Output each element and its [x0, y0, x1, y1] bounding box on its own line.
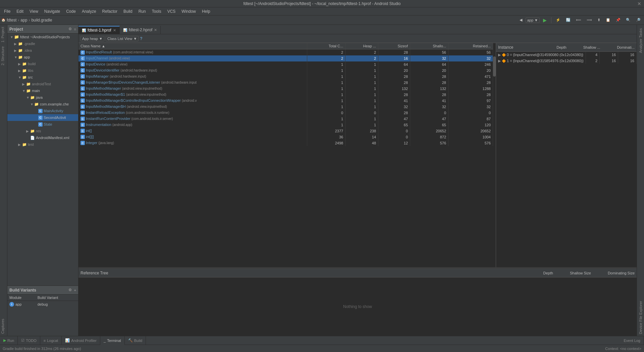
tab-build[interactable]: 🔨 Build	[125, 336, 146, 345]
tab-1-close[interactable]: ✕	[113, 28, 116, 33]
menu-file[interactable]: File	[1, 8, 13, 14]
menu-code[interactable]: Code	[63, 8, 78, 14]
toolbar-btn-6[interactable]: 📋	[604, 17, 612, 23]
breadcrumb-module[interactable]: app	[20, 18, 27, 23]
instance-row-0[interactable]: ▶🔶0 = {InputChannel@314590080 (0x12c0438…	[496, 52, 637, 58]
run-button[interactable]: ▶	[541, 17, 549, 24]
class-table-scroll[interactable]: Class Name ▲ Total C... Heap ... Sizeof …	[78, 43, 493, 267]
heap-dropdown[interactable]: App heap ▼	[80, 36, 104, 41]
project-panel-label[interactable]: 1: Project	[0, 25, 7, 44]
class-shallow-cell: 576	[410, 140, 448, 146]
class-row-7[interactable]: CInputMethodManager$1 (android.view.inpu…	[78, 92, 493, 98]
class-table-scrollbar[interactable]	[493, 43, 496, 267]
class-row-1[interactable]: CInputChannel (android.view)22163232	[78, 55, 493, 61]
class-sizeof-cell: 28	[378, 92, 410, 98]
build-variants-header: Build Variants ⚙ +	[7, 286, 78, 295]
breadcrumb-project[interactable]: fdtest	[7, 18, 16, 23]
toolbar: 🏠 fdtest › app › build.gradle ◀ app ▼ ▶ …	[0, 15, 644, 25]
structure-panel-label[interactable]: 2: Structure	[0, 44, 7, 68]
tree-item-res[interactable]: ▶ 📁 res	[7, 128, 78, 134]
menu-build[interactable]: Build	[121, 8, 135, 14]
toolbar-btn-7[interactable]: 📌	[614, 17, 623, 23]
build-variants-extra[interactable]: +	[74, 288, 76, 292]
toolbar-btn-8[interactable]: 🔍	[624, 17, 633, 23]
tab-todo[interactable]: ☑ TODO	[18, 336, 40, 345]
analyzer-tasks-label[interactable]: Analyzer Tasks	[638, 26, 643, 55]
tree-item-main[interactable]: ▼ 📁 main	[7, 87, 78, 94]
back-button[interactable]: ◀	[518, 17, 524, 23]
device-file-explorer-label[interactable]: Device File Explorer	[638, 299, 643, 336]
tree-item-build[interactable]: ▶ 📁 build	[7, 60, 78, 67]
instance-table-scroll[interactable]: ▶🔶0 = {InputChannel@314590080 (0x12c0438…	[496, 52, 637, 64]
toolbar-btn-5[interactable]: ⬆	[595, 17, 602, 23]
class-row-11[interactable]: CInstantRunContentProvider (com.android.…	[78, 116, 493, 122]
run-config-dropdown[interactable]: app ▼	[526, 17, 540, 23]
menu-view[interactable]: View	[27, 8, 41, 14]
tree-item-state[interactable]: ▶ C State	[7, 121, 78, 128]
menu-navigate[interactable]: Navigate	[42, 8, 63, 14]
tree-item-androidtest[interactable]: ▶ 📁 androidTest	[7, 81, 78, 87]
tab-terminal[interactable]: _ Terminal	[100, 336, 125, 345]
class-heap-cell: 1	[345, 98, 378, 104]
tree-item-java[interactable]: ▼ 📁 java	[7, 94, 78, 101]
toolbar-btn-4[interactable]: ⟹	[585, 17, 594, 23]
tree-item-manifest[interactable]: ▶ 📄 AndroidManifest.xml	[7, 134, 78, 141]
instance-row-1[interactable]: ▶🔶1 = {InputChannel@315854976 (0x12d3908…	[496, 58, 637, 64]
tree-item-src[interactable]: ▼ 📁 src	[7, 74, 78, 81]
class-sizeof-cell: 28	[378, 80, 410, 86]
menu-run[interactable]: Run	[136, 8, 149, 14]
search-everywhere-button[interactable]: 🔎	[634, 17, 643, 23]
toolbar-btn-2[interactable]: 🔄	[564, 17, 573, 23]
class-row-2[interactable]: CInputDevice (android.view)116464246	[78, 61, 493, 68]
menu-tools[interactable]: Tools	[149, 8, 164, 14]
class-row-15[interactable]: CInteger (java.lang)24984812576576	[78, 140, 493, 146]
tree-item-com-example[interactable]: ▼ 📁 com.example.che	[7, 101, 78, 107]
toolbar-btn-3[interactable]: ⟸	[574, 17, 583, 23]
instance-panel: Instance Depth Shallow ... Dominati... ▶…	[496, 43, 637, 267]
captures-label[interactable]: Captures	[0, 317, 7, 336]
event-log-tab[interactable]: Event Log	[620, 336, 644, 345]
tab-2-close[interactable]: ✕	[154, 28, 157, 32]
tree-item-idea[interactable]: ▶ 📁 .idea	[7, 47, 78, 54]
class-retained-cell: 471	[448, 74, 493, 80]
project-toolbar-extra[interactable]: ≡	[74, 27, 76, 31]
bv-variant-debug[interactable]: debug	[36, 301, 78, 308]
tree-item-mainactivity[interactable]: ▶ C MainActivity	[7, 107, 78, 114]
class-view-dropdown[interactable]: Class List View ▼	[106, 36, 139, 41]
menu-window[interactable]: Window	[179, 8, 199, 14]
tree-item-libs[interactable]: ▶ 📁 libs	[7, 67, 78, 74]
tree-item-test[interactable]: ▶ 📁 test	[7, 141, 78, 148]
class-row-5[interactable]: CInputManager$InputDevicesChangedListene…	[78, 80, 493, 86]
tree-item-app[interactable]: ▼ 📁 app	[7, 54, 78, 60]
help-icon[interactable]: ?	[140, 36, 142, 41]
tab-hprof-2[interactable]: 📊 fdtest-2.hprof ✕	[120, 26, 161, 34]
class-row-14[interactable]: Cint[][] 361408721004	[78, 134, 493, 140]
close-button[interactable]: ✕	[637, 1, 641, 6]
class-row-10[interactable]: CInstantReloadException (com.android.too…	[78, 110, 493, 116]
menu-help[interactable]: Help	[199, 8, 213, 14]
menu-edit[interactable]: Edit	[14, 8, 26, 14]
menu-vcs[interactable]: VCS	[165, 8, 178, 14]
build-variants-settings[interactable]: ⚙	[68, 288, 72, 292]
class-row-9[interactable]: CInputMethodManager$H (android.view.inpu…	[78, 104, 493, 110]
breadcrumb-file[interactable]: build.gradle	[31, 18, 52, 23]
project-toolbar-settings[interactable]: ⚙	[68, 27, 72, 31]
class-row-8[interactable]: CInputMethodManager$ControlledInputConne…	[78, 98, 493, 104]
class-row-0[interactable]: CInputBindResult (com.android.internal.v…	[78, 49, 493, 55]
tab-run[interactable]: ▶ Run	[0, 336, 18, 345]
tree-item-fdtest[interactable]: ▼ 📁 fdtest ~/AndroidStudioProjects	[7, 34, 78, 40]
class-row-3[interactable]: CInputDeviceIdentifier (android.hardware…	[78, 68, 493, 74]
menu-analyze[interactable]: Analyze	[79, 8, 99, 14]
menu-refactor[interactable]: Refactor	[100, 8, 120, 14]
tree-item-gradle[interactable]: ▶ 📁 .gradle	[7, 40, 78, 47]
tab-logcat[interactable]: ≡ Logcat	[40, 336, 62, 345]
class-row-6[interactable]: CInputMethodManager (android.view.inputm…	[78, 86, 493, 92]
bv-row-app[interactable]: i app debug	[7, 301, 78, 308]
toolbar-btn-1[interactable]: ⚡	[554, 17, 562, 23]
class-row-4[interactable]: CInputManager (android.hardware.input)11…	[78, 74, 493, 80]
tab-hprof-1[interactable]: 📊 fdtest-1.hprof ✕	[78, 26, 120, 34]
tree-item-secondactivity[interactable]: ▶ C SecondActivit	[7, 114, 78, 121]
tab-android-profiler[interactable]: 📊 Android Profiler	[62, 336, 100, 345]
class-row-13[interactable]: Cint[] 237723802065220652	[78, 128, 493, 134]
class-row-12[interactable]: CInstrumentation (android.app)116565120	[78, 122, 493, 128]
